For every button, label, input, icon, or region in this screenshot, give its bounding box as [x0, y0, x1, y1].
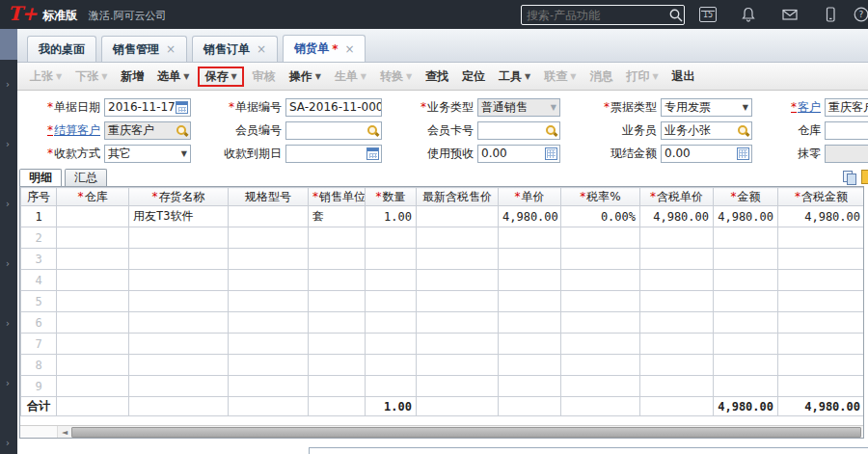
calendar-icon[interactable] — [176, 101, 188, 114]
warehouse-input[interactable] — [825, 121, 868, 140]
due-date-input[interactable] — [285, 145, 382, 163]
mobile-icon[interactable] — [822, 6, 839, 23]
cell-empty[interactable] — [417, 227, 499, 249]
cell-empty[interactable] — [778, 312, 865, 334]
cell-empty[interactable] — [229, 270, 309, 291]
toolbar-new-button[interactable]: 新增 — [114, 67, 150, 87]
expand-chevron-icon[interactable]: › — [6, 200, 10, 209]
cell-empty[interactable] — [309, 312, 366, 334]
cell-empty[interactable] — [640, 249, 714, 270]
settle-customer-link-label[interactable]: *结算客户 — [27, 122, 104, 139]
invoice-type-input[interactable]: 专用发票▼ — [661, 98, 752, 117]
expand-chevron-icon[interactable]: › — [6, 379, 10, 388]
cell-empty[interactable] — [640, 355, 714, 376]
help-icon[interactable]: ? — [853, 6, 868, 23]
detail-tab-summary[interactable]: 汇总 — [65, 169, 107, 186]
cell-empty[interactable] — [57, 355, 129, 376]
cell-empty[interactable] — [640, 376, 714, 397]
cell-empty[interactable] — [778, 249, 865, 270]
cell-item-name[interactable]: 用友T3软件 — [129, 206, 229, 227]
cell-empty[interactable] — [129, 291, 229, 312]
toolbar-locate-button[interactable]: 定位 — [455, 67, 492, 87]
cell-empty[interactable] — [640, 291, 714, 312]
magnifier-lookup-icon[interactable] — [366, 124, 379, 137]
cell-empty[interactable] — [366, 270, 417, 291]
cell-empty[interactable] — [417, 312, 499, 334]
cell-amount[interactable]: 4,980.00 — [714, 206, 778, 227]
cell-empty[interactable] — [714, 291, 778, 312]
toolbar-operate-button[interactable]: 操作▼ — [283, 67, 328, 87]
cell-empty[interactable] — [229, 249, 309, 270]
cell-empty[interactable] — [229, 376, 309, 397]
dropdown-caret-icon[interactable]: ▼ — [183, 72, 189, 81]
cell-empty[interactable] — [229, 312, 309, 334]
mail-icon[interactable] — [781, 6, 799, 23]
cell-spec[interactable] — [229, 206, 309, 227]
expand-chevron-icon[interactable]: › — [6, 80, 10, 90]
cell-empty[interactable] — [366, 249, 417, 270]
cell-empty[interactable] — [714, 334, 778, 355]
cell-empty[interactable] — [417, 355, 499, 376]
cell-empty[interactable] — [714, 376, 778, 397]
cell-empty[interactable] — [309, 249, 366, 270]
expand-chevron-icon[interactable]: › — [6, 140, 10, 149]
cell-empty[interactable] — [229, 227, 309, 249]
search-input[interactable] — [522, 9, 668, 22]
expand-chevron-icon[interactable]: › — [6, 259, 10, 269]
magnifier-lookup-icon[interactable] — [737, 124, 749, 137]
magnifier-lookup-icon[interactable] — [545, 124, 557, 137]
cell-empty[interactable] — [57, 334, 129, 355]
scroll-left-arrow-icon[interactable]: ◄ — [58, 428, 71, 437]
cell-empty[interactable] — [499, 312, 561, 334]
cell-empty[interactable] — [229, 334, 309, 355]
member-card-input[interactable] — [477, 121, 560, 140]
cell-empty[interactable] — [714, 312, 778, 334]
cash-amount-input[interactable]: 0.00 — [661, 145, 752, 163]
toolbar-tools-button[interactable]: 工具▼ — [492, 67, 537, 87]
tab-sales-order[interactable]: 销售订单× — [192, 36, 278, 62]
close-tab-icon[interactable]: × — [344, 42, 354, 56]
cell-empty[interactable] — [561, 312, 640, 334]
cell-empty[interactable] — [499, 334, 561, 355]
cell-empty[interactable] — [561, 334, 640, 355]
cell-empty[interactable] — [57, 249, 129, 270]
expand-chevron-icon[interactable]: › — [6, 319, 10, 329]
cell-empty[interactable] — [57, 270, 129, 291]
toolbar-find-button[interactable]: 查找 — [419, 67, 455, 87]
cell-empty[interactable] — [366, 291, 417, 312]
calendar-icon[interactable] — [366, 147, 379, 160]
cell-empty[interactable] — [778, 334, 865, 355]
cell-empty[interactable] — [778, 355, 865, 376]
customer-input[interactable]: 重庆客户 — [825, 98, 868, 117]
close-tab-icon[interactable]: × — [257, 42, 266, 56]
cell-empty[interactable] — [309, 227, 366, 249]
cell-empty[interactable] — [129, 270, 229, 291]
cell-empty[interactable] — [714, 227, 778, 249]
dropdown-caret-icon[interactable]: ▼ — [315, 72, 321, 81]
cell-empty[interactable] — [561, 291, 640, 312]
tab-desktop[interactable]: 我的桌面 — [27, 36, 96, 62]
cell-empty[interactable] — [714, 270, 778, 291]
cell-empty[interactable] — [640, 312, 714, 334]
cell-empty[interactable] — [366, 355, 417, 376]
customer-link-label[interactable]: *客户 — [757, 99, 825, 116]
cell-empty[interactable] — [129, 227, 229, 249]
cell-empty[interactable] — [417, 270, 499, 291]
payment-method-input[interactable]: 其它▼ — [104, 145, 191, 163]
cell-empty[interactable] — [366, 334, 417, 355]
cell-empty[interactable] — [366, 312, 417, 334]
cell-empty[interactable] — [417, 249, 499, 270]
cell-empty[interactable] — [417, 334, 499, 355]
cell-empty[interactable] — [309, 291, 366, 312]
cell-empty[interactable] — [499, 376, 561, 397]
cell-empty[interactable] — [129, 312, 229, 334]
biz-type-input[interactable]: 普通销售▼ — [477, 98, 560, 117]
cell-empty[interactable] — [561, 227, 640, 249]
dropdown-caret-icon[interactable]: ▼ — [181, 149, 187, 158]
cell-empty[interactable] — [778, 227, 865, 249]
cell-empty[interactable] — [309, 270, 366, 291]
cell-empty[interactable] — [714, 355, 778, 376]
doc-no-input[interactable]: SA-2016-11-0001 — [285, 98, 382, 117]
cell-empty[interactable] — [229, 355, 309, 376]
detail-tab-detail[interactable]: 明细 — [19, 169, 62, 186]
